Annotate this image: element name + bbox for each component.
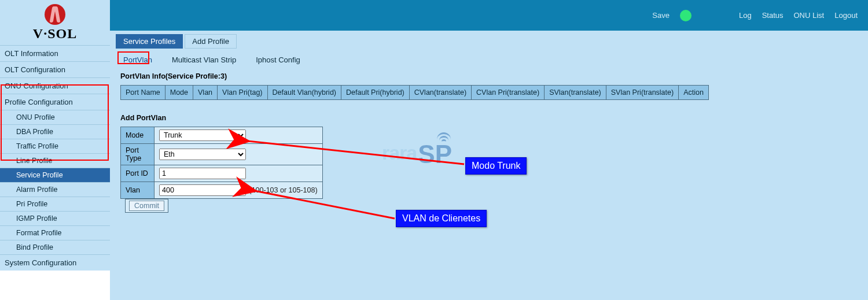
col-vlan: Vlan	[193, 86, 218, 100]
vlan-hint: (100-103 or 105-108)	[249, 186, 317, 194]
portvlan-info-table: Port Name Mode Vlan Vlan Pri(tag) Defaul…	[120, 85, 862, 100]
col-action: Action	[679, 86, 709, 100]
nav-onu-profile[interactable]: ONU Profile	[0, 110, 110, 124]
topbar: Save Log Status ONU List Logout	[110, 0, 868, 31]
col-cvlan-pri-translate: CVlan Pri(translate)	[472, 86, 545, 100]
commit-button[interactable]: Commit	[129, 201, 164, 211]
nav-olt-configuration[interactable]: OLT Configuration	[0, 61, 110, 77]
tab-iphost-config[interactable]: Iphost Config	[249, 53, 307, 66]
label-vlan: Vlan	[121, 182, 155, 199]
annotation-callout-vlan: VLAN de Clienetes	[396, 210, 487, 227]
nav-alarm-profile[interactable]: Alarm Profile	[0, 182, 110, 197]
nav-olt-information[interactable]: OLT Information	[0, 45, 110, 61]
onu-list-link[interactable]: ONU List	[794, 11, 825, 20]
nav-onu-configuration[interactable]: ONU Configuration	[0, 77, 110, 94]
col-svlan-translate: SVlan(translate)	[545, 86, 606, 100]
brand-text: V·SOL	[33, 26, 77, 42]
save-link[interactable]: Save	[652, 11, 670, 20]
nav-traffic-profile[interactable]: Traffic Profile	[0, 139, 110, 153]
label-mode: Mode	[121, 127, 155, 144]
sidebar: V·SOL OLT Information OLT Configuration …	[0, 0, 110, 271]
nav-line-profile[interactable]: Line Profile	[0, 153, 110, 168]
status-dot-icon	[680, 10, 692, 21]
tabs-level-1: Service Profiles Add Profile	[116, 34, 862, 49]
col-cvlan-translate: CVlan(translate)	[409, 86, 471, 100]
port-type-select[interactable]: Eth	[159, 149, 246, 160]
col-svlan-pri-translate: SVlan Pri(translate)	[606, 86, 678, 100]
label-port-id: Port ID	[121, 165, 155, 182]
status-link[interactable]: Status	[762, 11, 784, 20]
nav-igmp-profile[interactable]: IGMP Profile	[0, 211, 110, 225]
col-default-pri: Default Pri(hybrid)	[341, 86, 410, 100]
tab-multicast-vlan-strip[interactable]: Multicast Vlan Strip	[165, 53, 242, 66]
portvlan-info-title: PortVlan Info(Service Profile:3)	[120, 72, 862, 80]
port-id-input[interactable]	[159, 168, 246, 179]
tab-add-profile[interactable]: Add Profile	[185, 34, 237, 49]
annotation-callout-mode: Modo Trunk	[465, 157, 527, 175]
vlan-input[interactable]	[159, 184, 246, 196]
nav-service-profile[interactable]: Service Profile	[0, 168, 110, 182]
label-port-type: Port Type	[121, 144, 155, 165]
nav-system-configuration[interactable]: System Configuration	[0, 254, 110, 271]
tab-service-profiles[interactable]: Service Profiles	[116, 34, 183, 49]
add-portvlan-title: Add PortVlan	[120, 114, 862, 122]
logout-link[interactable]: Logout	[834, 11, 858, 20]
nav-dba-profile[interactable]: DBA Profile	[0, 124, 110, 139]
col-port-name: Port Name	[121, 86, 165, 100]
tabs-level-2: PortVlan Multicast Vlan Strip Iphost Con…	[116, 53, 862, 66]
col-vlan-pri: Vlan Pri(tag)	[218, 86, 267, 100]
nav-bind-profile[interactable]: Bind Profile	[0, 240, 110, 254]
nav-format-profile[interactable]: Format Profile	[0, 225, 110, 240]
brand-logo-icon	[45, 4, 65, 25]
nav-profile-configuration[interactable]: Profile Configuration	[0, 94, 110, 110]
mode-select[interactable]: Trunk	[159, 129, 246, 141]
brand-logo: V·SOL	[0, 0, 110, 45]
col-mode: Mode	[165, 86, 193, 100]
tab-portvlan[interactable]: PortVlan	[117, 53, 159, 66]
col-default-vlan: Default Vlan(hybrid)	[267, 86, 341, 100]
log-link[interactable]: Log	[739, 11, 752, 20]
nav-pri-profile[interactable]: Pri Profile	[0, 197, 110, 211]
